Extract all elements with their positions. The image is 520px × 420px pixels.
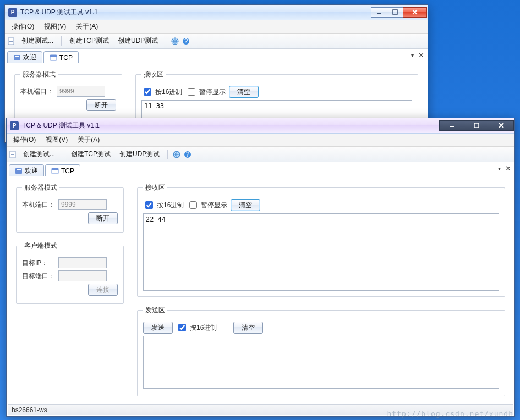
window-title: TCP & UDP 测试工具 v1.1 [22,121,100,130]
recv-group: 接收区 按16进制 暂停显示 清空 [137,183,505,297]
titlebar-2[interactable]: P TCP & UDP 测试工具 v1.1 [7,118,514,134]
toolbar: 创建测试... 创建TCP测试 创建UDP测试 ? [7,147,514,162]
help-icon[interactable]: ? [182,37,190,46]
disconnect-button[interactable]: 断开 [88,212,118,224]
menu-operate[interactable]: 操作(O) [9,134,40,146]
tab-tcp-label: TCP [61,167,74,175]
send-button[interactable]: 发送 [143,322,173,334]
tab-welcome-label: 欢迎 [25,166,38,175]
server-group: 服务器模式 本机端口： 断开 [16,183,124,233]
connect-button[interactable]: 连接 [88,284,118,296]
welcome-tab-icon [15,167,23,175]
local-port-label: 本机端口： [20,87,53,96]
svg-rect-23 [52,168,58,170]
svg-rect-4 [9,41,13,42]
hex-checkbox[interactable]: 按16进制 [141,86,182,97]
hex-checkbox-input[interactable] [145,201,153,209]
minimize-button[interactable] [439,120,464,131]
help-icon[interactable]: ? [183,150,192,159]
new-test-icon [9,150,18,159]
close-button[interactable] [489,120,514,131]
recv-textarea[interactable] [143,213,499,291]
tab-tcp[interactable]: TCP [45,164,80,176]
recv-group-title: 接收区 [143,183,167,192]
tab-welcome[interactable]: 欢迎 [7,51,42,63]
app-icon: P [10,121,19,130]
tab-close-button[interactable]: ✕ [505,164,511,173]
send-hex-checkbox-input[interactable] [178,324,186,331]
svg-rect-15 [11,153,14,153]
client-area-2: 服务器模式 本机端口： 断开 客户端模式 目标IP： [8,176,513,404]
local-port-input[interactable] [57,86,105,97]
toolbar-create-test[interactable]: 创建测试... [20,148,58,160]
maximize-button[interactable] [387,7,403,18]
welcome-tab-icon [13,54,21,62]
target-port-input[interactable] [58,270,107,281]
server-group-title: 服务器模式 [22,183,59,192]
svg-rect-8 [14,55,20,60]
local-port-label: 本机端口： [22,200,55,209]
toolbar-create-udp[interactable]: 创建UDP测试 [114,35,161,47]
svg-rect-21 [17,169,21,170]
tab-close-button[interactable]: ✕ [418,51,424,59]
send-textarea[interactable] [143,336,499,389]
tab-menu-dropdown-icon[interactable]: ▾ [498,165,501,172]
toolbar-create-tcp[interactable]: 创建TCP测试 [68,148,114,160]
tab-welcome[interactable]: 欢迎 [9,164,44,176]
hex-checkbox[interactable]: 按16进制 [143,200,184,211]
svg-rect-20 [15,168,22,174]
close-button[interactable] [403,7,427,18]
local-port-input[interactable] [58,199,107,210]
menu-view[interactable]: 视图(V) [40,21,70,32]
clear-recv-button[interactable]: 清空 [231,199,260,211]
send-group-title: 发送区 [143,306,167,315]
clear-recv-button[interactable]: 清空 [229,86,259,98]
svg-rect-1 [393,10,397,14]
send-hex-checkbox[interactable]: 按16进制 [176,322,217,333]
tab-welcome-label: 欢迎 [23,53,36,62]
menu-view[interactable]: 视图(V) [41,134,72,146]
toolbar-create-udp[interactable]: 创建UDP测试 [116,148,163,160]
target-port-label: 目标端口： [22,272,55,281]
tcp-tab-icon [50,54,57,62]
target-ip-input[interactable] [58,257,107,268]
pause-checkbox-input[interactable] [189,201,197,209]
hex-checkbox-input[interactable] [144,88,151,96]
server-group-title: 服务器模式 [20,70,58,79]
toolbar-create-tcp[interactable]: 创建TCP测试 [66,35,112,47]
menubar: 操作(O) 视图(V) 关于(A) [7,134,514,147]
window-2[interactable]: P TCP & UDP 测试工具 v1.1 操作(O) 视图(V) 关于(A) … [6,118,515,417]
svg-rect-16 [11,154,14,155]
server-group: 服务器模式 本机端口： 断开 [14,70,122,119]
svg-text:?: ? [186,151,190,158]
pause-checkbox[interactable]: 暂停显示 [185,86,226,97]
send-group: 发送区 发送 按16进制 清空 [137,306,505,396]
minimize-button[interactable] [371,7,387,18]
tab-tcp-label: TCP [59,54,73,62]
tabstrip: 欢迎 TCP ▾ ✕ [7,162,514,176]
svg-rect-13 [474,123,479,128]
new-test-icon [7,37,16,46]
tcp-tab-icon [51,167,59,175]
toolbar-create-test[interactable]: 创建测试... [18,35,57,47]
globe-icon[interactable] [171,37,179,46]
tab-menu-dropdown-icon[interactable]: ▾ [411,52,414,58]
disconnect-button[interactable]: 断开 [86,99,116,111]
svg-rect-3 [9,40,13,40]
menu-about[interactable]: 关于(A) [73,134,104,146]
menu-operate[interactable]: 操作(O) [7,21,39,32]
client-group: 客户端模式 目标IP： 目标端口： 连接 [16,241,124,304]
tab-tcp[interactable]: TCP [43,51,79,63]
clear-send-button[interactable]: 清空 [233,322,263,334]
globe-icon[interactable] [172,150,181,159]
pause-checkbox[interactable]: 暂停显示 [187,200,227,211]
client-group-title: 客户端模式 [22,241,59,251]
pause-checkbox-input[interactable] [188,88,195,96]
watermark: http://blog.csdn.net/xundh [387,410,514,418]
menu-about[interactable]: 关于(A) [72,21,102,32]
titlebar-1[interactable]: P TCP & UDP 测试工具 v1.1 [5,5,428,20]
menubar: 操作(O) 视图(V) 关于(A) [5,20,428,34]
recv-textarea[interactable] [141,100,412,120]
maximize-button[interactable] [464,120,489,131]
toolbar: 创建测试... 创建TCP测试 创建UDP测试 ? [5,34,428,49]
